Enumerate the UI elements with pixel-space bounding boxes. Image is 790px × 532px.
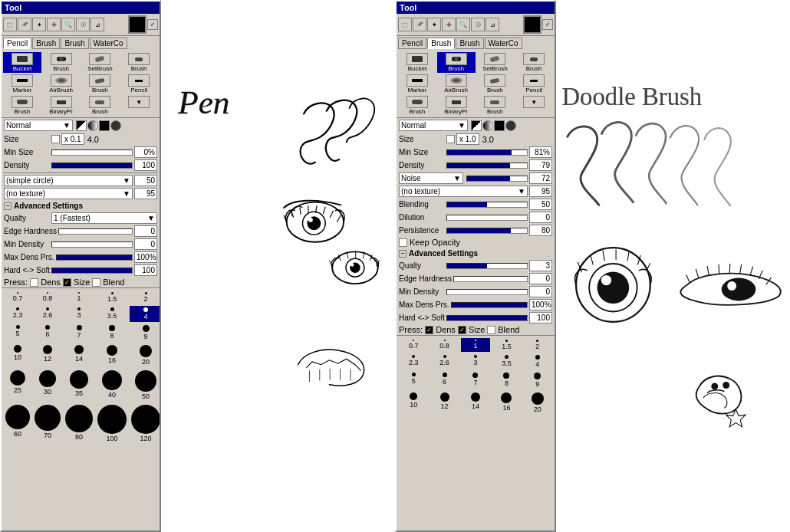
right-density-value[interactable]: 79 bbox=[529, 159, 552, 171]
brush6-tool[interactable]: Brush bbox=[81, 95, 120, 116]
right-lasso-icon[interactable]: 𝒫 bbox=[413, 18, 426, 31]
hardsoft-slider[interactable] bbox=[51, 268, 133, 274]
right-size-multiplier[interactable]: x 1.0 bbox=[456, 133, 479, 145]
dot-item[interactable]: 14 bbox=[64, 343, 94, 367]
magic-wand-icon[interactable]: ✦ bbox=[32, 18, 46, 31]
right-size-checkbox[interactable] bbox=[446, 135, 455, 143]
right-hardsoft-slider[interactable] bbox=[446, 315, 528, 321]
right-tab-pencil[interactable]: Pencil bbox=[398, 38, 426, 49]
right-hand-icon[interactable]: ☉ bbox=[471, 18, 485, 31]
dot-item[interactable]: 10 bbox=[4, 343, 31, 367]
right-minsize-slider[interactable] bbox=[446, 149, 528, 156]
right-blend-2[interactable] bbox=[482, 120, 493, 131]
right-eyedrop-icon[interactable]: ⊿ bbox=[486, 18, 499, 31]
dot-item[interactable]: 0.8 bbox=[33, 291, 62, 304]
maxdens-slider[interactable] bbox=[56, 255, 133, 261]
dot-item[interactable]: 9 bbox=[130, 323, 160, 342]
dot-item[interactable]: 80 bbox=[64, 403, 94, 444]
right-brush6[interactable]: Brush bbox=[476, 95, 515, 116]
dot-item[interactable]: 1 bbox=[64, 291, 94, 304]
brush-tool[interactable]: Brush bbox=[42, 52, 81, 73]
color-swatch[interactable] bbox=[128, 15, 146, 34]
move-icon[interactable]: ✛ bbox=[47, 18, 61, 31]
dot-item[interactable]: 4 bbox=[523, 353, 552, 369]
right-noise-dropdown[interactable]: Noise ▼ bbox=[399, 172, 463, 184]
right-tab-brush2[interactable]: Brush bbox=[456, 38, 483, 49]
right-marker[interactable]: Marker bbox=[398, 74, 436, 94]
marker-tool[interactable]: Marker bbox=[3, 74, 41, 94]
right-tab-brush[interactable]: Brush bbox=[427, 38, 455, 49]
tab-waterco-left[interactable]: WaterCo bbox=[90, 38, 127, 49]
right-blend-checkbox[interactable] bbox=[487, 326, 495, 334]
dot-item[interactable]: 0.7 bbox=[399, 338, 428, 352]
dot-item[interactable]: 8 bbox=[492, 371, 521, 389]
right-scroll-down[interactable]: ▼ bbox=[515, 95, 553, 116]
tab-brush-left[interactable]: Brush bbox=[32, 38, 60, 49]
dot-item[interactable]: 35 bbox=[64, 369, 94, 402]
blending-slider[interactable] bbox=[446, 202, 528, 208]
left-blendmode-dropdown[interactable]: Normal ▼ bbox=[4, 120, 73, 131]
size-checkbox[interactable] bbox=[51, 135, 60, 143]
dot-item[interactable]: 4 bbox=[130, 306, 160, 322]
dot-item[interactable]: 1 bbox=[461, 338, 490, 352]
right-magic-icon[interactable]: ✦ bbox=[427, 18, 441, 31]
right-dens-checkbox[interactable]: ✓ bbox=[425, 326, 433, 334]
dot-item[interactable]: 7 bbox=[64, 323, 94, 342]
expand-icon[interactable]: ⤢ bbox=[147, 19, 158, 30]
dot-item[interactable]: 6 bbox=[33, 323, 62, 342]
right-quality-slider[interactable] bbox=[446, 263, 528, 269]
dot-item[interactable]: 1.5 bbox=[492, 338, 521, 352]
right-blend-4[interactable] bbox=[505, 120, 516, 131]
quality-dropdown[interactable]: 1 (Fastest) ▼ bbox=[51, 212, 157, 224]
right-blendmode-dropdown[interactable]: Normal ▼ bbox=[399, 120, 468, 131]
dot-item[interactable]: 5 bbox=[4, 323, 31, 342]
dot-item[interactable]: 40 bbox=[96, 369, 128, 402]
right-expand-icon[interactable]: ⤢ bbox=[542, 19, 553, 30]
brush3-tool[interactable]: Brush bbox=[120, 52, 158, 73]
right-brush3[interactable]: Brush bbox=[515, 52, 553, 73]
lasso-icon[interactable]: 𝒫 bbox=[18, 18, 31, 31]
tab-pencil-left[interactable]: Pencil bbox=[3, 38, 31, 49]
right-mindensity-slider[interactable] bbox=[446, 289, 528, 295]
brush5-tool[interactable]: Brush bbox=[3, 95, 41, 116]
right-size-check[interactable]: ✓ bbox=[458, 326, 466, 334]
selbrush-tool[interactable]: SelBrush bbox=[81, 52, 120, 73]
texture-dropdown[interactable]: (no texture) ▼ bbox=[4, 188, 133, 199]
right-move-icon[interactable]: ✛ bbox=[442, 18, 456, 31]
blend-icon-4[interactable] bbox=[110, 120, 121, 131]
dot-item[interactable]: 9 bbox=[523, 371, 552, 389]
dot-item[interactable]: 2 bbox=[130, 291, 160, 304]
airbrush-tool[interactable]: AirBrush bbox=[42, 74, 81, 94]
dot-item[interactable]: 20 bbox=[130, 343, 160, 367]
size-multiplier[interactable]: x 0.1 bbox=[61, 133, 84, 145]
right-brush5[interactable]: Brush bbox=[398, 95, 436, 116]
dot-item[interactable]: 60 bbox=[4, 403, 31, 444]
blend-icon-1[interactable] bbox=[76, 120, 87, 131]
dot-item[interactable]: 1.5 bbox=[96, 291, 128, 304]
dot-item[interactable]: 12 bbox=[430, 391, 459, 415]
zoom-icon[interactable]: 🔍 bbox=[61, 18, 75, 31]
eyedrop-icon[interactable]: ⊿ bbox=[91, 18, 104, 31]
dot-item[interactable]: 0.7 bbox=[4, 291, 31, 304]
dot-item[interactable]: 3.5 bbox=[492, 353, 521, 369]
dot-item[interactable]: 2.3 bbox=[399, 353, 428, 369]
right-edgehardness-slider[interactable] bbox=[453, 276, 528, 282]
right-binaryp[interactable]: BinaryPr bbox=[437, 95, 476, 116]
blend-icon-3[interactable] bbox=[99, 120, 110, 131]
right-brush[interactable]: Brush bbox=[437, 52, 476, 73]
right-maxdens-slider[interactable] bbox=[451, 302, 528, 308]
dot-item[interactable]: 6 bbox=[430, 371, 459, 389]
right-advanced-toggle[interactable]: − bbox=[399, 250, 407, 258]
dens-checkbox[interactable] bbox=[30, 278, 38, 287]
right-density-slider[interactable] bbox=[446, 163, 528, 169]
right-noise-slider[interactable] bbox=[466, 176, 528, 182]
bucket-tool[interactable]: Bucket bbox=[3, 52, 41, 73]
dot-item[interactable]: 0.8 bbox=[430, 338, 459, 352]
density-slider[interactable] bbox=[51, 163, 133, 169]
mindensity-slider[interactable] bbox=[51, 241, 133, 248]
dot-item[interactable]: 3.5 bbox=[96, 306, 128, 322]
dot-item[interactable]: 3 bbox=[64, 306, 94, 322]
minsize-value[interactable]: 0% bbox=[134, 146, 157, 158]
dot-item[interactable]: 14 bbox=[461, 391, 490, 415]
dot-item[interactable]: 12 bbox=[33, 343, 62, 367]
